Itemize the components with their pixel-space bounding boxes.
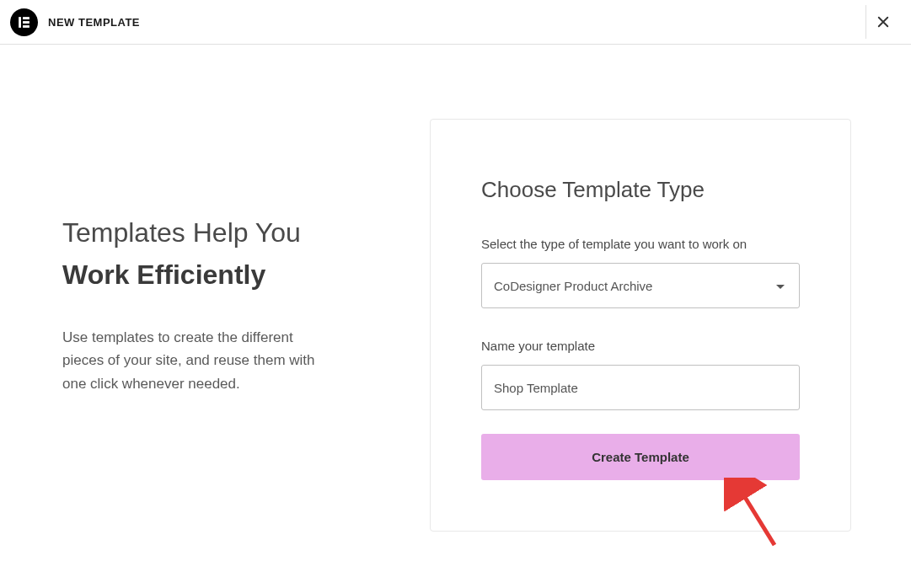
svg-line-5: [739, 488, 774, 545]
svg-rect-0: [19, 17, 21, 28]
header-left: NEW TEMPLATE: [10, 8, 140, 36]
create-template-button[interactable]: Create Template: [481, 434, 800, 480]
template-name-input[interactable]: [481, 365, 800, 410]
template-type-label: Select the type of template you want to …: [481, 237, 800, 251]
close-button[interactable]: [865, 5, 899, 39]
annotation-arrow-icon: [724, 478, 783, 549]
modal-title: NEW TEMPLATE: [48, 16, 140, 29]
elementor-logo: [10, 8, 38, 36]
close-icon: [876, 14, 891, 29]
svg-rect-1: [23, 17, 29, 19]
form-title: Choose Template Type: [481, 177, 800, 203]
template-name-label: Name your template: [481, 339, 800, 353]
template-type-select-wrapper: CoDesigner Product Archive: [481, 263, 800, 308]
svg-rect-3: [23, 25, 29, 28]
modal-header: NEW TEMPLATE: [0, 0, 911, 45]
intro-heading-line1: Templates Help You: [62, 216, 430, 251]
template-type-select[interactable]: CoDesigner Product Archive: [481, 263, 800, 308]
intro-section: Templates Help You Work Efficiently Use …: [0, 119, 430, 532]
intro-heading-line2: Work Efficiently: [62, 258, 430, 293]
form-section: Choose Template Type Select the type of …: [430, 119, 851, 532]
modal-content: Templates Help You Work Efficiently Use …: [0, 45, 911, 532]
svg-rect-2: [23, 21, 29, 24]
intro-description: Use templates to create the different pi…: [62, 326, 332, 395]
